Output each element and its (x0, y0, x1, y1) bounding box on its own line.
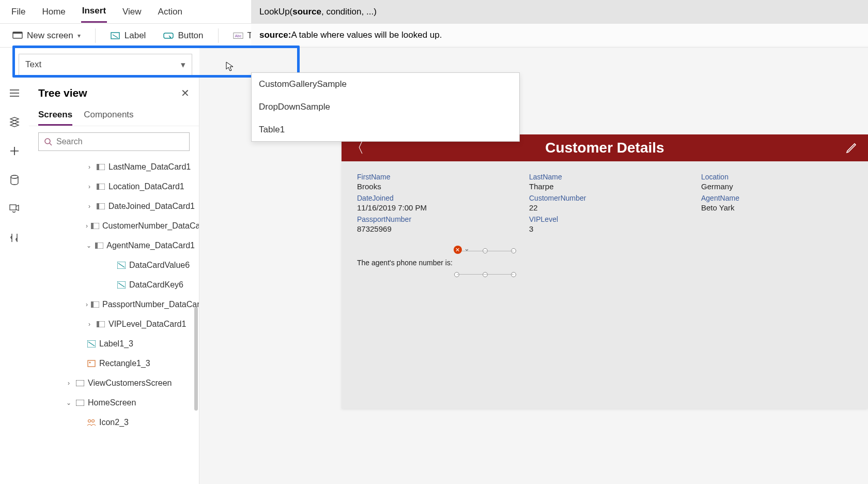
hamburger-icon[interactable] (8, 87, 21, 99)
tab-components[interactable]: Components (84, 105, 133, 126)
search-icon (44, 138, 52, 146)
chevron-right-icon: › (86, 222, 88, 230)
datacard-icon (96, 182, 105, 191)
menu-action[interactable]: Action (157, 2, 183, 22)
tree-item-home[interactable]: ⌄HomeScreen (29, 393, 199, 413)
label-control-icon (117, 280, 126, 290)
tree-item-dcv6[interactable]: DataCardValue6 (29, 255, 199, 275)
svg-rect-10 (97, 164, 99, 170)
error-badge-icon[interactable]: ✕ (454, 246, 462, 254)
chevron-down-icon: ⌄ (65, 399, 72, 406)
button-button[interactable]: Button (160, 28, 206, 43)
tree-panel: Tree view ✕ Screens Components ›LastName… (29, 78, 199, 484)
chevron-down-icon[interactable]: ⌄ (464, 245, 470, 252)
advanced-icon[interactable] (8, 232, 21, 244)
rectangle-icon (87, 359, 96, 368)
tree-search[interactable] (38, 132, 190, 151)
svg-rect-29 (76, 400, 84, 406)
screen-icon (75, 398, 85, 407)
field-datejoined: DateJoined11/16/2019 7:00 PM (357, 194, 508, 212)
menu-view[interactable]: View (121, 2, 143, 22)
chevron-right-icon: › (86, 203, 93, 210)
svg-rect-16 (91, 223, 94, 229)
left-rail (0, 78, 29, 484)
tree-item-passport[interactable]: ›PassportNumber_DataCard1 (29, 295, 199, 314)
menu-file[interactable]: File (10, 2, 26, 22)
chevron-right-icon: › (86, 163, 93, 171)
menu-insert[interactable]: Insert (81, 1, 107, 23)
agent-phone-row: The agent's phone number is: ✕ ⌄ (342, 235, 868, 275)
app-title: Customer Details (545, 140, 664, 156)
svg-rect-22 (91, 301, 94, 308)
svg-rect-3 (164, 33, 173, 38)
intellisense-item[interactable]: Table1 (252, 118, 519, 141)
tree-item-agent[interactable]: ⌄AgentName_DataCard1 (29, 236, 199, 255)
scrollbar-thumb[interactable] (194, 307, 198, 411)
param-hint: source: A table where values will be loo… (251, 24, 868, 47)
svg-rect-18 (95, 243, 98, 249)
tree-item-location[interactable]: ›Location_DataCard1 (29, 177, 199, 196)
tree-item-vip[interactable]: ›VIPLevel_DataCard1 (29, 314, 199, 334)
media-icon[interactable] (8, 203, 21, 215)
datacard-icon (96, 320, 105, 329)
tree-item-dck6[interactable]: DataCardKey6 (29, 275, 199, 295)
svg-text:Abc: Abc (235, 33, 241, 38)
property-value: Text (25, 59, 41, 70)
intellisense-dropdown: CustomGallerySample DropDownSample Table… (251, 72, 520, 142)
tree-item-rect13[interactable]: Rectangle1_3 (29, 354, 199, 373)
label-icon (110, 31, 120, 41)
field-lastname: LastNameTharpe (529, 173, 680, 191)
selected-control[interactable]: ✕ ⌄ (457, 251, 514, 275)
chevron-right-icon: › (65, 380, 72, 387)
datacard-icon (96, 202, 105, 211)
menu-home[interactable]: Home (41, 2, 66, 22)
tree-view-icon[interactable] (8, 116, 21, 128)
label-label: Label (125, 31, 146, 41)
intellisense-item[interactable]: CustomGallerySample (252, 73, 519, 96)
insert-icon[interactable] (8, 145, 21, 157)
chevron-down-icon: ▾ (78, 32, 81, 39)
tree-item-datejoined[interactable]: ›DateJoined_DataCard1 (29, 196, 199, 216)
fields-grid: FirstNameBrooks LastNameTharpe LocationG… (342, 161, 868, 235)
chevron-right-icon: › (86, 301, 88, 308)
screen-icon (75, 379, 85, 388)
svg-point-8 (45, 139, 50, 144)
canvas: LookUp(source, condition, ...) source: A… (199, 48, 868, 484)
datacard-icon (91, 221, 99, 231)
field-agent: AgentNameBeto Yark (701, 194, 853, 212)
label-button[interactable]: Label (107, 28, 149, 43)
svg-rect-14 (97, 203, 99, 209)
datacard-icon (95, 241, 103, 250)
button-icon (163, 31, 174, 41)
label-control-icon (87, 339, 96, 349)
search-input[interactable] (56, 137, 184, 146)
screen-icon (12, 31, 23, 41)
svg-point-30 (88, 420, 91, 422)
tree-title: Tree view (38, 87, 87, 99)
app-preview: 〈 Customer Details FirstNameBrooks LastN… (342, 134, 868, 409)
tree-item-icon23[interactable]: Icon2_3 (29, 413, 199, 432)
edit-icon[interactable] (845, 142, 858, 154)
intellisense-item[interactable]: DropDownSample (252, 96, 519, 118)
new-screen-button[interactable]: New screen ▾ (9, 28, 84, 43)
data-icon[interactable] (8, 174, 21, 186)
property-selector[interactable]: Text ▾ (19, 54, 192, 75)
close-icon[interactable]: ✕ (181, 87, 190, 99)
separator (95, 28, 96, 43)
tree-list: ›LastName_DataCard1 ›Location_DataCard1 … (29, 157, 199, 484)
svg-point-31 (92, 420, 95, 422)
tree-item-lastname[interactable]: ›LastName_DataCard1 (29, 157, 199, 177)
button-label: Button (178, 31, 203, 41)
chevron-down-icon: ⌄ (86, 242, 92, 249)
tree-tabs: Screens Components (29, 102, 199, 126)
svg-rect-1 (13, 32, 22, 34)
tree-item-viewcust[interactable]: ›ViewCustomersScreen (29, 373, 199, 393)
tab-screens[interactable]: Screens (38, 105, 72, 126)
tree-item-custno[interactable]: ›CustomerNumber_DataCard1 (29, 216, 199, 236)
svg-rect-2 (111, 33, 119, 39)
svg-rect-28 (76, 380, 84, 386)
people-icon (87, 418, 96, 427)
svg-point-6 (11, 175, 18, 178)
svg-rect-24 (97, 321, 99, 327)
tree-item-label13[interactable]: Label1_3 (29, 334, 199, 354)
